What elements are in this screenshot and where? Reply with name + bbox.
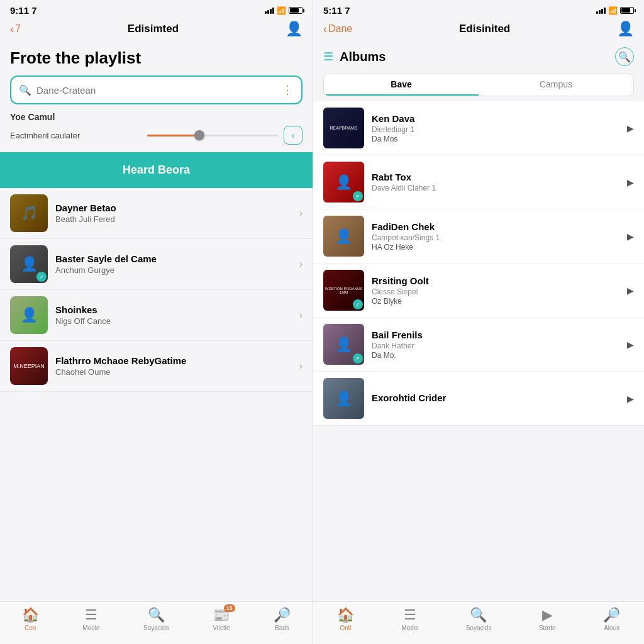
right-back-button[interactable]: ‹ Dane — [323, 23, 352, 36]
tab-label: Vrictle — [213, 625, 230, 631]
cta-button[interactable]: Heard Beora — [0, 152, 313, 188]
tab-label: Modis — [401, 625, 418, 631]
album-item[interactable]: 👤 P Bail Frenils Dank Hather Da Mo. ▶ — [313, 318, 644, 372]
right-profile-icon[interactable]: 👤 — [617, 21, 634, 37]
right-time: 5:11 7 — [323, 5, 350, 16]
slider-row: Eactmheril caulater ‹ — [0, 123, 313, 150]
tab-label: Sayaclds — [143, 625, 169, 631]
list-item[interactable]: 👤 Shoinkes Nigs Off Cance › — [0, 290, 313, 341]
album-sub2: Da Mos — [372, 135, 619, 143]
album-item[interactable]: REAPBRAMS Ken Dava Dierlediagr 1 Da Mos … — [313, 101, 644, 155]
album-thumbnail: REAPBRAMS — [323, 108, 364, 148]
album-sub2: HA Oz Heke — [372, 243, 619, 252]
album-item[interactable]: 👤 P Rabt Tox Dave Aldii Claher 1 ▶ — [313, 155, 644, 209]
tab-onll[interactable]: 🏠 Onll — [337, 607, 354, 631]
album-sub1: Dank Hather — [372, 341, 619, 350]
list-item[interactable]: 🎵 Dayner Betao Beath Juli Fered › — [0, 188, 313, 239]
play-icon[interactable]: ▶ — [627, 177, 634, 187]
play-icon[interactable]: ▶ — [627, 123, 634, 133]
left-panel: 9:11 7 📶 ‹ 7 Edisimted 👤 Frote the playl… — [0, 0, 313, 644]
chevron-right-icon: › — [299, 258, 303, 270]
right-nav-title: Edisinited — [459, 23, 510, 35]
left-back-button[interactable]: ‹ 7 — [10, 23, 21, 36]
album-sub1: Dave Aldii Claher 1 — [372, 184, 619, 192]
album-sub1: Dierlediagr 1 — [372, 125, 619, 134]
battery-icon — [289, 7, 303, 14]
list-icon: ☰ — [85, 607, 97, 623]
album-title: Ken Dava — [372, 113, 619, 124]
play-icon[interactable]: ▶ — [627, 340, 634, 350]
tab-storte[interactable]: ▶ Storte — [539, 607, 556, 631]
album-info: Bail Frenils Dank Hather Da Mo. — [372, 330, 619, 360]
albums-header: ☰ Albums 🔍 — [313, 42, 644, 74]
search2-icon: 🔎 — [603, 607, 620, 623]
list-icon: ☰ — [404, 607, 416, 623]
item-title: Baster Sayle del Came — [55, 253, 292, 264]
album-list: REAPBRAMS Ken Dava Dierlediagr 1 Da Mos … — [313, 101, 644, 601]
more-options-icon[interactable]: ⋮ — [282, 83, 294, 97]
left-profile-icon[interactable]: 👤 — [286, 21, 303, 37]
search-container: 🔍 ⋮ — [10, 75, 303, 104]
item-info: Shoinkes Nigs Off Cance — [55, 304, 292, 326]
home-icon: 🏠 — [22, 607, 39, 623]
album-info: Rrsiting Oolt Clesse Siepel Oz Blyke — [372, 275, 619, 306]
slider-track[interactable] — [147, 135, 279, 136]
search-input[interactable] — [36, 85, 277, 96]
play-icon[interactable]: ▶ — [627, 394, 634, 404]
list-item[interactable]: M.NEEPIAN Flathrro Mchaoe RebyGatime Cha… — [0, 341, 313, 392]
play-icon[interactable]: ▶ — [627, 286, 634, 296]
tab-moole[interactable]: ☰ Moole — [82, 607, 99, 631]
album-thumbnail: WEBTION PODANUS 1MM ✓ — [323, 270, 364, 311]
chevron-right-icon: › — [299, 360, 303, 372]
album-sub1: Campot:xan/Sings 1 — [372, 233, 619, 242]
right-back-label: Dane — [328, 23, 352, 35]
tab-badge: 15 — [224, 604, 235, 612]
right-status-bar: 5:11 7 📶 — [313, 0, 644, 18]
album-item[interactable]: 👤 Exorohtid Crider ▶ — [313, 372, 644, 426]
tab-con[interactable]: 🏠 Con — [22, 607, 39, 631]
list-item[interactable]: 👤 ✓ Baster Sayle del Came Anchum Gurgye … — [0, 239, 313, 290]
item-subtitle: Beath Juli Fered — [55, 214, 292, 224]
tab-modis[interactable]: ☰ Modis — [401, 607, 418, 631]
play-icon[interactable]: ▶ — [627, 231, 634, 242]
tab-vrictle[interactable]: 📰 15 Vrictle — [213, 607, 230, 631]
album-title: Rrsiting Oolt — [372, 275, 619, 286]
album-item[interactable]: 👤 FadiDen Chek Campot:xan/Sings 1 HA Oz … — [313, 209, 644, 264]
slider-button[interactable]: ‹ — [284, 126, 303, 145]
chevron-right-icon: › — [299, 208, 303, 219]
tab-label: Soyaclds — [466, 625, 492, 631]
album-thumbnail: 👤 P — [323, 162, 364, 203]
tab-label: Onll — [340, 625, 351, 631]
right-panel: 5:11 7 📶 ‹ Dane Edisinited 👤 ☰ Albums 🔍 … — [313, 0, 644, 644]
left-nav-bar: ‹ 7 Edisimted 👤 — [0, 18, 313, 42]
search-icon: 🔍 — [470, 607, 487, 623]
left-time: 9:11 7 — [10, 5, 37, 16]
album-thumbnail: 👤 — [323, 378, 364, 419]
album-thumbnail: 👤 P — [323, 324, 364, 365]
album-info: FadiDen Chek Campot:xan/Sings 1 HA Oz He… — [372, 221, 619, 252]
right-nav-bar: ‹ Dane Edisinited 👤 — [313, 18, 644, 42]
album-info: Exorohtid Crider — [372, 392, 619, 404]
item-subtitle: Nigs Off Cance — [55, 316, 292, 326]
right-tab-bar: 🏠 Onll ☰ Modis 🔍 Soyaclds ▶ Storte 🔎 Alo… — [313, 601, 644, 644]
album-sub2: Oz Blyke — [372, 297, 619, 306]
left-status-icons: 📶 — [265, 6, 303, 15]
tab-campus[interactable]: Campus — [479, 74, 633, 96]
item-subtitle: Chaohel Oume — [55, 367, 292, 377]
search2-icon: 🔎 — [274, 607, 291, 623]
album-sub1: Clesse Siepel — [372, 287, 619, 296]
albums-title-row: ☰ Albums — [323, 50, 386, 64]
tab-bave[interactable]: Bave — [324, 74, 479, 96]
tab-alous[interactable]: 🔎 Alous — [603, 607, 620, 631]
album-title: FadiDen Chek — [372, 221, 619, 232]
tab-soyaclds[interactable]: 🔍 Soyaclds — [466, 607, 492, 631]
tab-label: Alous — [604, 625, 619, 631]
slider-label: Eactmheril caulater — [10, 131, 142, 140]
tab-sayaclds[interactable]: 🔍 Sayaclds — [143, 607, 169, 631]
albums-title: Albums — [340, 50, 386, 64]
album-title: Rabt Tox — [372, 172, 619, 182]
item-thumbnail: 🎵 — [10, 194, 48, 232]
album-item[interactable]: WEBTION PODANUS 1MM ✓ Rrsiting Oolt Cles… — [313, 264, 644, 318]
tab-bads[interactable]: 🔎 Bads — [274, 607, 291, 631]
search-circle-button[interactable]: 🔍 — [615, 47, 634, 66]
